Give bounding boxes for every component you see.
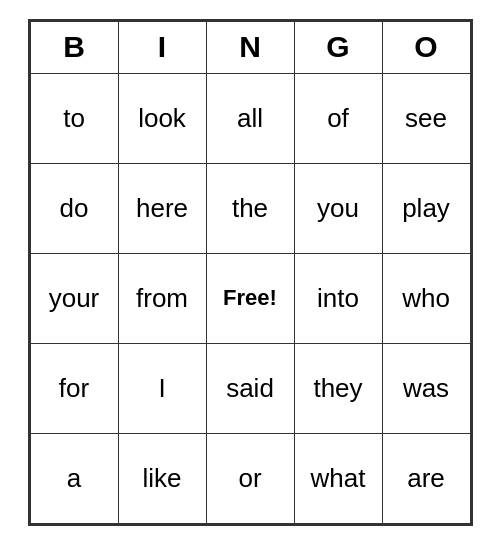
cell-r2-c0: your	[30, 253, 118, 343]
cell-r1-c3: you	[294, 163, 382, 253]
cell-r3-c1: I	[118, 343, 206, 433]
cell-r0-c2: all	[206, 73, 294, 163]
cell-r0-c3: of	[294, 73, 382, 163]
cell-r3-c0: for	[30, 343, 118, 433]
header-cell-n: N	[206, 21, 294, 73]
cell-r2-c1: from	[118, 253, 206, 343]
cell-r4-c2: or	[206, 433, 294, 523]
cell-r1-c2: the	[206, 163, 294, 253]
cell-r1-c0: do	[30, 163, 118, 253]
bingo-body: tolookallofseedoheretheyouplayyourfromFr…	[30, 73, 470, 523]
cell-r3-c3: they	[294, 343, 382, 433]
cell-r0-c0: to	[30, 73, 118, 163]
cell-r2-c2: Free!	[206, 253, 294, 343]
header-cell-b: B	[30, 21, 118, 73]
header-row: BINGO	[30, 21, 470, 73]
table-row: yourfromFree!intowho	[30, 253, 470, 343]
bingo-card: BINGO tolookallofseedoheretheyouplayyour…	[28, 19, 473, 526]
header-cell-g: G	[294, 21, 382, 73]
cell-r4-c4: are	[382, 433, 470, 523]
header-cell-i: I	[118, 21, 206, 73]
cell-r3-c2: said	[206, 343, 294, 433]
table-row: doheretheyouplay	[30, 163, 470, 253]
cell-r3-c4: was	[382, 343, 470, 433]
table-row: tolookallofsee	[30, 73, 470, 163]
cell-r4-c3: what	[294, 433, 382, 523]
cell-r2-c3: into	[294, 253, 382, 343]
table-row: alikeorwhatare	[30, 433, 470, 523]
cell-r1-c4: play	[382, 163, 470, 253]
bingo-table: BINGO tolookallofseedoheretheyouplayyour…	[30, 21, 471, 524]
cell-r4-c1: like	[118, 433, 206, 523]
table-row: forIsaidtheywas	[30, 343, 470, 433]
cell-r0-c1: look	[118, 73, 206, 163]
cell-r0-c4: see	[382, 73, 470, 163]
cell-r2-c4: who	[382, 253, 470, 343]
cell-r1-c1: here	[118, 163, 206, 253]
header-cell-o: O	[382, 21, 470, 73]
cell-r4-c0: a	[30, 433, 118, 523]
